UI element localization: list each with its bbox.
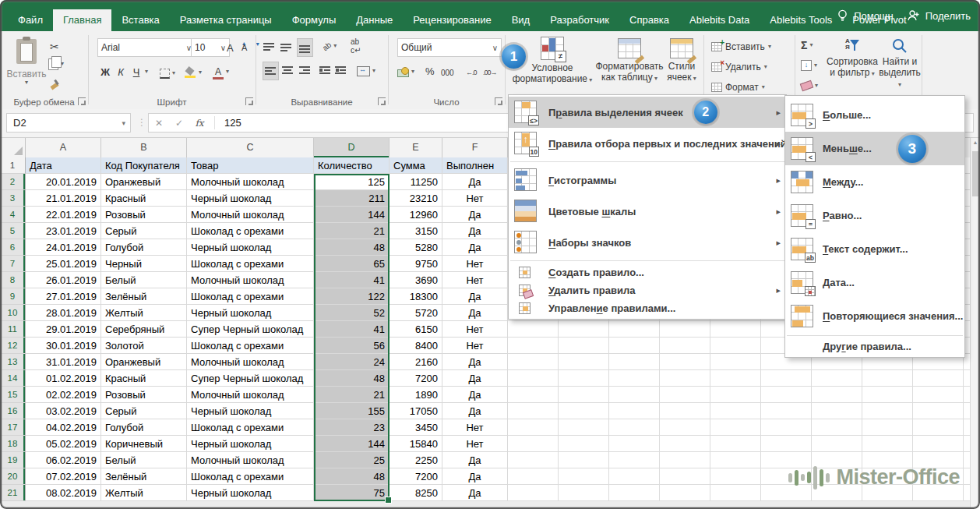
cell-F18[interactable]: Нет [442, 436, 508, 452]
scrollbar-thumb[interactable] [972, 151, 978, 196]
cell-B2[interactable]: Оранжевый [101, 174, 187, 190]
wrap-text-button[interactable]: abc↵ [351, 38, 361, 54]
cell-B5[interactable]: Серый [101, 223, 187, 239]
cell-A16[interactable]: 03.02.2019 [26, 403, 101, 419]
comma-style-button[interactable]: 000 [441, 65, 454, 80]
menu-item-text-contains[interactable]: abТекст содержит... [785, 232, 964, 266]
cell-F6[interactable]: Да [442, 239, 508, 256]
italic-button[interactable]: К [115, 64, 127, 80]
cell-C4[interactable]: Молочный шоколад [187, 207, 314, 223]
cell-C8[interactable]: Молочный шоколад [187, 272, 314, 288]
select-all-corner[interactable] [0, 137, 26, 157]
menu-item-color-scales[interactable]: Цветовые шкалы▸ [509, 196, 786, 227]
cell-F10[interactable]: Да [442, 305, 508, 321]
cell-B20[interactable]: Зелёный [101, 468, 187, 485]
formula-input[interactable]: 125 [220, 117, 241, 129]
cell-A2[interactable]: 20.01.2019 [26, 174, 101, 190]
cell-B3[interactable]: Красный [101, 190, 187, 207]
align-left-button[interactable] [263, 62, 278, 80]
format-as-table-button[interactable]: Форматировать как таблицу ▾ [598, 38, 661, 83]
menu-item-highlight-cells-rules[interactable]: ≤>Правила выделения ячеек2▸ [509, 97, 786, 128]
cell-A15[interactable]: 02.02.2019 [26, 387, 101, 403]
cell-D8[interactable]: 41 [314, 272, 390, 288]
align-top-button[interactable] [263, 39, 275, 55]
tab-вставка[interactable]: Вставка [111, 9, 169, 31]
percent-style-button[interactable]: % [425, 63, 435, 79]
menu-item-less-than[interactable]: <Меньше...3 [785, 132, 964, 165]
cell-C14[interactable]: Супер Черный шоколад [187, 370, 314, 387]
align-center-button[interactable] [282, 62, 294, 78]
decrease-decimal-button[interactable]: .00→ [483, 65, 497, 80]
cell-F3[interactable]: Нет [442, 190, 508, 207]
row-header-18[interactable]: 18 [0, 436, 26, 452]
format-cells-button[interactable]: Формат▾ [711, 79, 765, 96]
cell-C1[interactable]: Товар [187, 157, 314, 174]
cell-F1[interactable]: Выполнен [442, 157, 508, 174]
cell-D12[interactable]: 56 [314, 338, 390, 354]
cell-D16[interactable]: 155 [314, 403, 390, 419]
tab-главная[interactable]: Главная [53, 9, 111, 31]
cell-C5[interactable]: Шоколад с орехами [187, 223, 314, 239]
cell-B14[interactable]: Красный [101, 370, 187, 387]
cell-C20[interactable]: Шоколад с орехами [187, 468, 314, 485]
cell-D11[interactable]: 41 [314, 321, 390, 338]
cell-F15[interactable]: Да [442, 387, 508, 403]
cell-B10[interactable]: Желтый [101, 305, 187, 321]
cell-A21[interactable]: 08.02.2019 [26, 485, 101, 501]
font-dialog-launcher-icon[interactable] [245, 97, 253, 105]
cell-A4[interactable]: 22.01.2019 [26, 207, 101, 223]
column-header-D[interactable]: D [314, 137, 390, 157]
row-header-13[interactable]: 13 [0, 354, 26, 370]
tab-ablebits-tools[interactable]: Ablebits Tools [760, 9, 842, 31]
cell-A5[interactable]: 23.01.2019 [26, 223, 101, 239]
cell-B15[interactable]: Розовый [101, 387, 187, 403]
cell-D20[interactable]: 48 [314, 468, 390, 485]
menu-item-icon-sets[interactable]: Наборы значков▸ [509, 227, 786, 258]
cell-E17[interactable]: 3450 [390, 419, 442, 436]
cell-D5[interactable]: 21 [314, 223, 390, 239]
cell-E16[interactable]: 17050 [390, 403, 442, 419]
cell-E11[interactable]: 6150 [390, 321, 442, 338]
cell-A6[interactable]: 24.01.2019 [26, 239, 101, 256]
fill-button[interactable]: ↓▾ [801, 58, 817, 73]
merge-center-button[interactable]: ▾ [357, 63, 375, 79]
cell-C11[interactable]: Супер Черный шоколад [187, 321, 314, 338]
cell-E13[interactable]: 2160 [390, 354, 442, 370]
cell-B19[interactable]: Белый [101, 452, 187, 468]
formula-bar-grip[interactable]: ⋮ [137, 117, 147, 128]
accounting-format-button[interactable]: ▾ [397, 64, 414, 80]
sort-filter-button[interactable]: АЯ Сортировка и фильтр ▾ [827, 38, 877, 79]
row-header-7[interactable]: 7 [0, 256, 26, 272]
align-middle-button[interactable] [280, 39, 292, 55]
font-color-button[interactable]: А▾ [213, 64, 229, 80]
cell-C18[interactable]: Черный шоколад [187, 436, 314, 452]
menu-item-clear-rules[interactable]: Удалить правила▸ [509, 281, 786, 299]
cell-B12[interactable]: Золотой [101, 338, 187, 354]
cell-F11[interactable]: Нет [442, 321, 508, 338]
row-header-10[interactable]: 10 [0, 305, 26, 321]
tab-вид[interactable]: Вид [502, 9, 541, 31]
cut-button[interactable]: ✂ [50, 39, 59, 55]
delete-cells-button[interactable]: × Удалить▾ [711, 58, 767, 76]
clear-button[interactable]: ▾ [801, 78, 818, 94]
cancel-button[interactable]: ✕ [149, 118, 169, 129]
alignment-dialog-launcher-icon[interactable] [378, 97, 386, 105]
cell-A13[interactable]: 31.01.2019 [26, 354, 101, 370]
menu-item-between[interactable]: Между... [785, 165, 964, 199]
bold-button[interactable]: Ж [99, 64, 111, 80]
row-header-8[interactable]: 8 [0, 272, 26, 288]
cell-E18[interactable]: 15840 [390, 436, 442, 452]
cell-E2[interactable]: 11250 [390, 174, 442, 190]
cell-B16[interactable]: Серый [101, 403, 187, 419]
row-header-15[interactable]: 15 [0, 387, 26, 403]
autosum-button[interactable]: Σ▾ [801, 37, 813, 53]
cell-B7[interactable]: Черный [101, 256, 187, 272]
cell-E21[interactable]: 8250 [390, 485, 442, 501]
cell-C15[interactable]: Молочный шоколад [187, 387, 314, 403]
cell-C7[interactable]: Шоколад с орехами [187, 256, 314, 272]
cell-C12[interactable]: Шоколад с орехами [187, 338, 314, 354]
underline-button[interactable]: Ч▾ [130, 64, 148, 80]
cell-A1[interactable]: Дата [26, 157, 101, 174]
cell-A14[interactable]: 01.02.2019 [26, 370, 101, 387]
cell-D21[interactable]: 75 [314, 485, 390, 501]
